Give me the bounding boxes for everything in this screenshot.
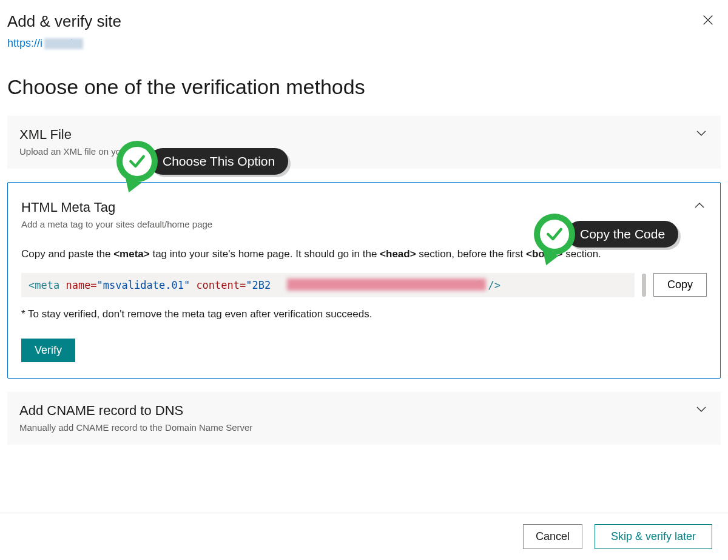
site-url-link[interactable]: https://i .com/ — [7, 37, 72, 50]
chevron-up-icon[interactable] — [692, 198, 707, 213]
section-title: Choose one of the verification methods — [7, 75, 721, 99]
panel-cname-title: Add CNAME record to DNS — [19, 403, 709, 419]
panel-cname[interactable]: Add CNAME record to DNS Manually add CNA… — [7, 392, 721, 445]
close-icon[interactable] — [701, 13, 715, 27]
meta-instruction: Copy and paste the <meta> tag into your … — [21, 246, 707, 262]
skip-verify-later-button[interactable]: Skip & verify later — [595, 524, 712, 549]
meta-note: * To stay verified, don't remove the met… — [21, 308, 707, 320]
meta-code-box[interactable]: <meta name="msvalidate.01" content="2B2X… — [21, 273, 635, 297]
redacted-segment — [287, 278, 486, 291]
chevron-down-icon[interactable] — [694, 402, 709, 416]
panel-cname-sub: Manually add CNAME record to the Domain … — [19, 422, 709, 433]
copy-button[interactable]: Copy — [653, 273, 707, 297]
page-title: Add & verify site — [7, 12, 721, 31]
panel-meta-sub: Add a meta tag to your sites default/hom… — [21, 219, 707, 229]
footer-bar: Cancel Skip & verify later — [0, 513, 728, 560]
panel-xml-file[interactable]: XML File Upload an XML file on your serv… — [7, 116, 721, 169]
panel-xml-title: XML File — [19, 127, 709, 143]
cancel-button[interactable]: Cancel — [523, 524, 582, 549]
panel-html-meta: HTML Meta Tag Add a meta tag to your sit… — [7, 182, 721, 379]
chevron-down-icon[interactable] — [694, 126, 709, 140]
redacted-segment — [44, 38, 83, 49]
panel-xml-sub: Upload an XML file on your server — [19, 146, 709, 157]
scrollbar-handle[interactable] — [642, 274, 646, 297]
verify-button[interactable]: Verify — [21, 339, 75, 362]
panel-meta-title: HTML Meta Tag — [21, 200, 707, 215]
